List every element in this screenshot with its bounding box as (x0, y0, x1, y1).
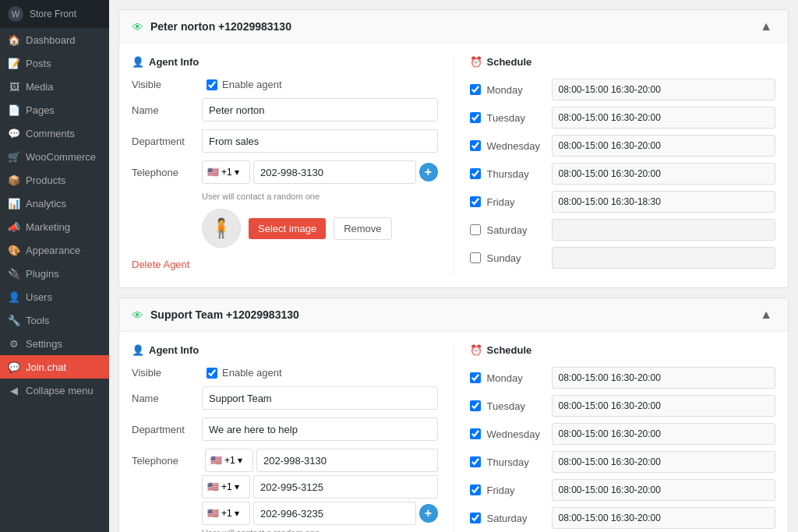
monday-time-input-2[interactable] (552, 367, 776, 389)
wednesday-label-2: Wednesday (487, 428, 546, 440)
flag-emoji-2b: 🇺🇸 (207, 481, 219, 492)
schedule-row-2-monday: Monday (470, 367, 776, 389)
sidebar-item-collapse[interactable]: ◀ Collapse menu (0, 379, 109, 402)
sidebar-item-comments[interactable]: 💬 Comments (0, 122, 109, 145)
phone-number-input-2c[interactable] (253, 502, 416, 525)
random-contact-note-2: User will contact a random one (132, 528, 438, 532)
phone-flag-select-2a[interactable]: 🇺🇸 +1 ▾ (205, 449, 253, 472)
sidebar-item-appearance[interactable]: 🎨 Appearance (0, 238, 109, 262)
clock-icon: ⏰ (470, 56, 482, 68)
agent-card-title-2: Support Team +12029983130 (150, 308, 299, 321)
sidebar-item-pages[interactable]: 📄 Pages (0, 98, 109, 122)
saturday-checkbox[interactable] (470, 224, 481, 235)
monday-time-input[interactable] (552, 79, 776, 100)
thursday-time-input-2[interactable] (552, 451, 776, 473)
joinchat-icon: 💬 (8, 361, 20, 373)
phone-number-input-2b[interactable] (253, 475, 438, 499)
phone-flag-select[interactable]: 🇺🇸 +1 ▾ (202, 160, 250, 184)
monday-label-2: Monday (487, 372, 546, 384)
phone-number-input[interactable] (253, 160, 416, 184)
department-input-2[interactable] (202, 417, 438, 441)
saturday-time-input[interactable] (552, 219, 776, 241)
thursday-checkbox-2[interactable] (470, 456, 481, 467)
main-content: 👁 Peter norton +12029983130 ▲ 👤 Agent In… (109, 0, 798, 532)
agent-info-section: 👤 Agent Info Visible Enable agent Name D… (132, 56, 454, 275)
sidebar-item-joinchat[interactable]: 💬 Join.chat (0, 355, 109, 379)
dashboard-icon: 🏠 (8, 33, 20, 46)
dropdown-arrow-2b: ▾ (235, 481, 239, 492)
friday-checkbox[interactable] (470, 196, 481, 207)
sunday-time-input[interactable] (552, 247, 776, 269)
enable-agent-checkbox[interactable] (207, 79, 217, 90)
section-schedule-title-2: ⏰ Schedule (470, 344, 776, 356)
add-phone-button[interactable]: + (419, 163, 438, 181)
tuesday-checkbox[interactable] (470, 112, 481, 123)
name-input[interactable] (202, 98, 438, 122)
phone-flag-select-2b[interactable]: 🇺🇸 +1 ▾ (202, 475, 250, 499)
schedule-row-sunday: Sunday (470, 247, 776, 269)
saturday-time-input-2[interactable] (552, 507, 776, 529)
sidebar: W Store Front 🏠 Dashboard 📝 Posts 🖼 Medi… (0, 0, 109, 532)
phone-number-input-2a[interactable] (256, 449, 438, 472)
sidebar-item-label: Collapse menu (26, 385, 94, 396)
thursday-label-2: Thursday (487, 456, 546, 468)
sidebar-item-label: WooCommerce (26, 151, 96, 163)
friday-time-input[interactable] (552, 191, 776, 213)
schedule-row-2-friday: Friday (470, 479, 776, 501)
remove-button[interactable]: Remove (334, 217, 391, 240)
media-icon: 🖼 (8, 80, 20, 93)
monday-checkbox[interactable] (470, 84, 481, 95)
tuesday-checkbox-2[interactable] (470, 400, 481, 411)
schedule-row-thursday: Thursday (470, 163, 776, 185)
wednesday-checkbox[interactable] (470, 140, 481, 151)
sidebar-item-products[interactable]: 📦 Products (0, 168, 109, 192)
sidebar-item-media[interactable]: 🖼 Media (0, 75, 109, 98)
visibility-icon: 👁 (130, 19, 144, 33)
telephone-label-2: Telephone (132, 455, 202, 467)
thursday-time-input[interactable] (552, 163, 776, 185)
schedule-section-1: ⏰ Schedule Monday Tuesday Wednesday (454, 56, 776, 275)
sidebar-item-settings[interactable]: ⚙ Settings (0, 332, 109, 355)
person-icon: 👤 (132, 56, 144, 68)
tools-icon: 🔧 (8, 314, 20, 326)
woocommerce-icon: 🛒 (8, 150, 20, 163)
enable-agent-checkbox-2[interactable] (207, 368, 217, 379)
wednesday-time-input[interactable] (552, 135, 776, 157)
sidebar-item-analytics[interactable]: 📊 Analytics (0, 192, 109, 215)
sidebar-item-marketing[interactable]: 📣 Marketing (0, 215, 109, 238)
friday-checkbox-2[interactable] (470, 484, 481, 495)
sidebar-item-tools[interactable]: 🔧 Tools (0, 308, 109, 332)
friday-label: Friday (487, 196, 546, 208)
thursday-checkbox[interactable] (470, 168, 481, 179)
sunday-checkbox[interactable] (470, 252, 481, 263)
sidebar-item-dashboard[interactable]: 🏠 Dashboard (0, 28, 109, 51)
collapse-button[interactable]: ▲ (755, 18, 777, 35)
select-image-button[interactable]: Select image (249, 218, 326, 239)
sidebar-item-woocommerce[interactable]: 🛒 WooCommerce (0, 145, 109, 168)
collapse-button-2[interactable]: ▲ (755, 306, 777, 323)
marketing-icon: 📣 (8, 220, 20, 233)
sidebar-item-users[interactable]: 👤 Users (0, 285, 109, 308)
sidebar-item-posts[interactable]: 📝 Posts (0, 51, 109, 75)
section-info-title: 👤 Agent Info (132, 56, 438, 68)
department-input[interactable] (202, 129, 438, 153)
wednesday-checkbox-2[interactable] (470, 428, 481, 439)
monday-checkbox-2[interactable] (470, 372, 481, 383)
pages-icon: 📄 (8, 104, 20, 116)
tuesday-time-input[interactable] (552, 107, 776, 129)
flag-emoji: 🇺🇸 (207, 167, 219, 178)
saturday-checkbox-2[interactable] (470, 513, 481, 523)
add-phone-button-2[interactable]: + (419, 504, 438, 523)
schedule-row-wednesday: Wednesday (470, 135, 776, 157)
schedule-row-2-thursday: Thursday (470, 451, 776, 473)
collapse-icon: ◀ (8, 384, 20, 396)
friday-time-input-2[interactable] (552, 479, 776, 501)
sidebar-item-plugins[interactable]: 🔌 Plugins (0, 262, 109, 285)
users-icon: 👤 (8, 291, 20, 303)
tuesday-time-input-2[interactable] (552, 395, 776, 417)
phone-flag-select-2c[interactable]: 🇺🇸 +1 ▾ (202, 502, 250, 525)
department-label: Department (132, 136, 202, 147)
name-input-2[interactable] (202, 386, 438, 410)
wednesday-time-input-2[interactable] (552, 423, 776, 445)
delete-agent-button[interactable]: Delete Agent (132, 255, 189, 273)
